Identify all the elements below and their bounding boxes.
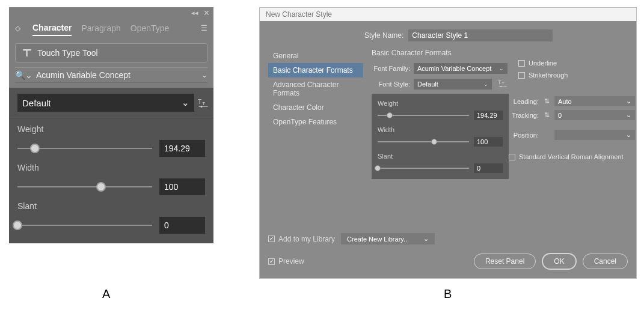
position-select[interactable]: ⌄	[554, 130, 635, 140]
font-family-selected: Acumin Variable Concept	[417, 65, 491, 72]
touch-type-tool-button[interactable]: Touch Type Tool	[15, 43, 207, 62]
weight-label: Weight	[17, 124, 205, 134]
dialog-title: New Character Style	[260, 8, 636, 21]
library-select[interactable]: Create New Library... ⌄	[341, 233, 435, 245]
expand-icon[interactable]: ◇	[15, 24, 20, 32]
svg-text:T: T	[498, 79, 501, 85]
svra-label: Standard Vertical Roman Alignment	[519, 153, 624, 160]
character-panel: ◂◂ ✕ ◇ Character Paragraph OpenType ☰ To…	[9, 7, 213, 243]
mini-slant-slider[interactable]	[378, 168, 469, 169]
standard-vertical-roman-checkbox[interactable]: Standard Vertical Roman Alignment	[509, 153, 624, 160]
chevron-down-icon: ⌄	[201, 71, 207, 79]
variable-font-icon[interactable]: TT	[198, 97, 209, 109]
style-name-input[interactable]: Character Style 1	[408, 29, 553, 41]
width-value[interactable]: 100	[159, 178, 205, 195]
underline-checkbox[interactable]: Underline	[518, 59, 639, 67]
position-label: Position:	[509, 132, 539, 139]
category-list: General Basic Character Formats Advanced…	[268, 49, 363, 179]
font-family-select[interactable]: Acumin Variable Concept ⌄	[414, 63, 508, 74]
font-family-label: Font Family:	[372, 65, 410, 72]
mini-width-label: Width	[378, 126, 503, 133]
strikethrough-checkbox[interactable]: Strikethrough	[518, 71, 639, 79]
svg-text:T: T	[502, 82, 504, 85]
sidebar-item-character-color[interactable]: Character Color	[268, 100, 363, 115]
caption-a: A	[102, 287, 110, 301]
add-to-library-checkbox[interactable]: Add to my Library	[268, 235, 335, 243]
close-icon[interactable]: ✕	[203, 8, 210, 17]
chevron-down-icon: ⌄	[626, 131, 631, 139]
leading-label: Leading:	[509, 98, 539, 105]
mini-slant-label: Slant	[378, 153, 503, 160]
tracking-select[interactable]: 0⌄	[554, 110, 635, 120]
style-name-label: Style Name:	[364, 31, 403, 40]
underline-label: Underline	[529, 59, 557, 67]
touch-type-icon	[22, 47, 32, 58]
collapse-icon[interactable]: ◂◂	[191, 9, 198, 17]
mini-slant-value[interactable]: 0	[474, 163, 503, 173]
mini-weight-slider[interactable]	[378, 115, 469, 116]
touch-type-tool-label: Touch Type Tool	[37, 48, 98, 58]
variable-font-area: Default ⌄ TT Weight 194.29 Width 100 Sla…	[9, 88, 213, 243]
chevron-down-icon: ⌄	[423, 235, 429, 243]
tracking-label: Tracking:	[509, 112, 539, 119]
mini-weight-label: Weight	[378, 100, 503, 107]
svg-rect-1	[26, 49, 28, 56]
sidebar-item-advanced-formats[interactable]: Advanced Character Formats	[268, 78, 363, 100]
caption-b: B	[444, 287, 452, 301]
sidebar-item-general[interactable]: General	[268, 49, 363, 63]
svg-point-9	[500, 86, 501, 87]
mini-width-value[interactable]: 100	[474, 137, 503, 147]
slant-value[interactable]: 0	[159, 217, 205, 234]
strikethrough-label: Strikethrough	[529, 71, 568, 79]
tab-opentype[interactable]: OpenType	[130, 21, 170, 35]
panel-tabs: ◇ Character Paragraph OpenType ☰	[9, 18, 213, 38]
preview-checkbox[interactable]: Preview	[268, 257, 304, 266]
sidebar-item-opentype[interactable]: OpenType Features	[268, 115, 363, 129]
preview-label: Preview	[278, 257, 304, 266]
weight-value[interactable]: 194.29	[159, 140, 205, 157]
tracking-stepper[interactable]: ⇅	[542, 111, 551, 119]
chevron-down-icon: ⌄	[499, 65, 504, 71]
svg-point-5	[201, 106, 203, 108]
slant-label: Slant	[17, 201, 205, 211]
cancel-button[interactable]: Cancel	[583, 254, 628, 269]
chevron-down-icon: ⌄	[626, 111, 631, 119]
leading-stepper[interactable]: ⇅	[542, 97, 551, 105]
mini-width-slider[interactable]	[378, 141, 469, 142]
font-family-value: Acumin Variable Concept	[36, 70, 198, 80]
reset-panel-button[interactable]: Reset Panel	[474, 254, 536, 269]
character-panel-header: ◂◂ ✕ ◇ Character Paragraph OpenType ☰ To…	[9, 7, 213, 88]
mini-weight-value[interactable]: 194.29	[474, 111, 503, 120]
slant-slider[interactable]	[17, 225, 152, 226]
font-style-value: Default	[22, 98, 51, 108]
chevron-down-icon: ⌄	[182, 97, 189, 108]
add-library-label: Add to my Library	[278, 235, 335, 243]
ok-button[interactable]: OK	[542, 253, 576, 270]
tab-paragraph[interactable]: Paragraph	[81, 21, 120, 35]
font-style-label: Font Style:	[372, 81, 410, 88]
leading-select[interactable]: Auto⌄	[554, 96, 635, 106]
panel-menu-icon[interactable]: ☰	[201, 24, 207, 32]
svg-text:T: T	[203, 100, 206, 106]
sidebar-item-basic-formats[interactable]: Basic Character Formats	[268, 63, 363, 78]
font-style-selected: Default	[417, 81, 438, 88]
chevron-down-icon: ⌄	[626, 97, 631, 105]
search-icon: 🔍⌄	[15, 70, 32, 80]
section-title: Basic Character Formats	[372, 49, 628, 57]
svg-text:T: T	[198, 98, 202, 105]
variable-axes-panel: Weight 194.29 Width 100	[372, 94, 509, 179]
new-character-style-dialog: New Character Style Style Name: Characte…	[259, 7, 637, 279]
weight-slider[interactable]	[17, 148, 152, 149]
font-style-select[interactable]: Default ⌄	[17, 94, 194, 112]
font-style-select-b[interactable]: Default ⌄	[414, 79, 492, 90]
width-slider[interactable]	[17, 186, 152, 187]
variable-font-icon[interactable]: TT	[498, 78, 509, 90]
width-label: Width	[17, 163, 205, 172]
tab-character[interactable]: Character	[32, 20, 72, 36]
font-family-row[interactable]: 🔍⌄ Acumin Variable Concept ⌄	[15, 67, 207, 83]
chevron-down-icon: ⌄	[483, 81, 488, 87]
